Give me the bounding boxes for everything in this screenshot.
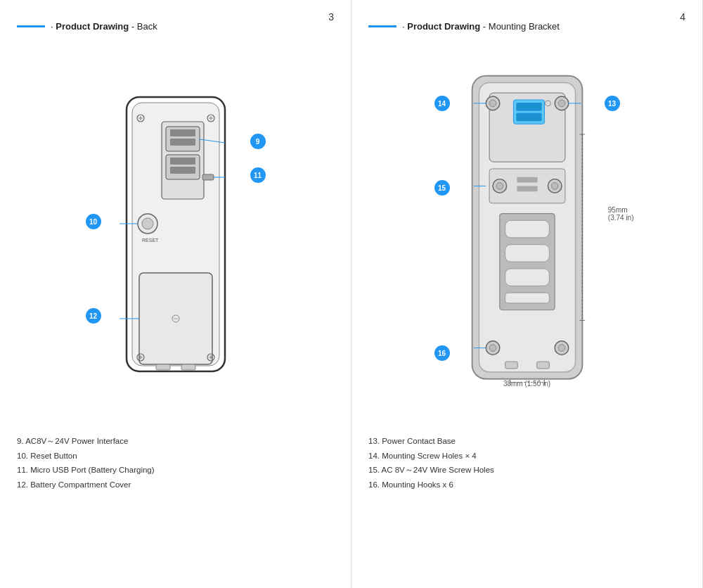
badge-9: 9 bbox=[250, 134, 266, 149]
svg-point-49 bbox=[551, 183, 558, 190]
page-3: 3 · Product Drawing - Back bbox=[0, 0, 352, 588]
svg-rect-5 bbox=[170, 139, 195, 146]
svg-rect-7 bbox=[170, 158, 195, 165]
badge-12: 12 bbox=[86, 308, 101, 324]
svg-rect-38 bbox=[516, 103, 541, 111]
svg-rect-53 bbox=[505, 220, 549, 237]
page-header-3: · Product Drawing - Back bbox=[17, 21, 334, 32]
svg-point-43 bbox=[558, 100, 565, 107]
svg-rect-62 bbox=[536, 362, 549, 369]
dimension-95mm: 95mm(3.74 in) bbox=[608, 206, 634, 222]
badge-16: 16 bbox=[434, 345, 450, 361]
page-header-4: · Product Drawing - Mounting Bracket bbox=[368, 21, 685, 32]
svg-rect-29 bbox=[181, 364, 195, 370]
svg-rect-51 bbox=[517, 186, 537, 191]
page-number-4: 4 bbox=[680, 11, 685, 23]
legend-item-13: 13. Power Contact Base bbox=[368, 434, 685, 449]
header-title-3: · Product Drawing - Back bbox=[51, 21, 157, 32]
legend-item-15: 15. AC 8V～24V Wire Screw Holes bbox=[368, 463, 685, 478]
legend-item-10: 10. Reset Button bbox=[17, 449, 334, 464]
badge-14: 14 bbox=[434, 96, 450, 111]
badge-13: 13 bbox=[605, 96, 620, 111]
svg-rect-61 bbox=[505, 362, 517, 369]
header-bar-4 bbox=[368, 25, 396, 27]
page-number-3: 3 bbox=[328, 11, 334, 23]
legend-item-16: 16. Mounting Hooks x 6 bbox=[368, 478, 685, 492]
svg-point-41 bbox=[489, 100, 496, 107]
svg-rect-56 bbox=[505, 293, 549, 303]
bracket-diagram-area: 95mm(3.74 in) 38mm (1.50 in) 13 14 15 16 bbox=[368, 37, 685, 431]
svg-rect-8 bbox=[170, 167, 195, 174]
legend-4: 13. Power Contact Base 14. Mounting Scre… bbox=[368, 434, 685, 492]
header-title-4: · Product Drawing - Mounting Bracket bbox=[402, 21, 560, 32]
svg-point-11 bbox=[142, 218, 153, 229]
svg-rect-4 bbox=[170, 129, 195, 136]
badge-10: 10 bbox=[86, 214, 101, 229]
svg-point-60 bbox=[558, 345, 565, 352]
svg-point-58 bbox=[489, 345, 496, 352]
svg-rect-55 bbox=[505, 269, 549, 286]
legend-item-14: 14. Mounting Screw Holes × 4 bbox=[368, 449, 685, 464]
legend-item-9: 9. AC8V～24V Power Interface bbox=[17, 434, 334, 449]
page-4: 4 · Product Drawing - Mounting Bracket bbox=[352, 0, 703, 588]
svg-text:RESET: RESET bbox=[142, 238, 159, 243]
badge-15: 15 bbox=[434, 180, 450, 196]
back-diagram-area: RESET bbox=[17, 37, 334, 431]
svg-rect-28 bbox=[156, 364, 170, 370]
badge-11: 11 bbox=[250, 167, 266, 183]
legend-item-12: 12. Battery Compartment Cover bbox=[17, 478, 334, 492]
device-back-drawing: RESET bbox=[105, 83, 246, 385]
svg-rect-39 bbox=[516, 113, 541, 122]
svg-rect-54 bbox=[505, 245, 549, 262]
svg-rect-50 bbox=[517, 177, 537, 183]
dimension-38mm: 38mm (1.50 in) bbox=[503, 380, 550, 388]
legend-3: 9. AC8V～24V Power Interface 10. Reset Bu… bbox=[17, 434, 334, 492]
legend-item-11: 11. Micro USB Port (Battery Charging) bbox=[17, 463, 334, 478]
svg-rect-9 bbox=[202, 174, 214, 180]
header-bar-3 bbox=[17, 25, 45, 27]
device-bracket-drawing: 95mm(3.74 in) 38mm (1.50 in) 13 14 15 16 bbox=[457, 65, 598, 403]
svg-point-47 bbox=[496, 183, 503, 190]
